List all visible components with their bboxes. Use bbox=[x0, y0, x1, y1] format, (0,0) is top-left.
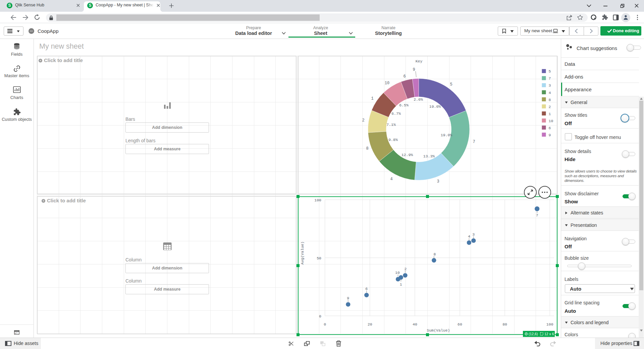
svg-text:5: 5 bbox=[450, 82, 452, 87]
svg-text:2: 2 bbox=[549, 105, 551, 109]
svg-text:Key: Key bbox=[416, 59, 423, 63]
svg-text:1: 1 bbox=[371, 96, 373, 101]
svg-text:8: 8 bbox=[549, 98, 551, 102]
svg-text:13.3%: 13.3% bbox=[423, 154, 435, 158]
svg-text:19.0%: 19.0% bbox=[441, 133, 452, 137]
svg-text:4: 4 bbox=[390, 177, 392, 182]
svg-text:9.8%: 9.8% bbox=[388, 138, 398, 142]
svg-text:3: 3 bbox=[437, 179, 439, 184]
svg-text:x=: x= bbox=[15, 332, 18, 335]
svg-text:6: 6 bbox=[549, 126, 551, 130]
svg-text:6: 6 bbox=[403, 74, 406, 79]
svg-text:7: 7 bbox=[473, 140, 475, 144]
svg-text:2: 2 bbox=[362, 118, 364, 123]
svg-text:7.1%: 7.1% bbox=[386, 122, 396, 127]
svg-text:4: 4 bbox=[549, 91, 551, 95]
svg-text:6.7%: 6.7% bbox=[391, 111, 401, 116]
svg-text:2.0%: 2.0% bbox=[414, 97, 423, 102]
svg-text:9: 9 bbox=[413, 67, 415, 72]
svg-text:9: 9 bbox=[549, 133, 551, 137]
svg-text:3: 3 bbox=[549, 83, 551, 88]
svg-text:5: 5 bbox=[549, 69, 551, 73]
svg-text:19.0%: 19.0% bbox=[429, 104, 441, 109]
svg-text:12.9%: 12.9% bbox=[401, 153, 413, 157]
svg-text:10: 10 bbox=[385, 81, 389, 86]
svg-text:6.5%: 6.5% bbox=[399, 103, 409, 107]
svg-text:10: 10 bbox=[549, 119, 553, 123]
svg-text:1: 1 bbox=[549, 112, 551, 116]
svg-text:8: 8 bbox=[366, 146, 368, 151]
svg-text:7: 7 bbox=[549, 76, 551, 81]
